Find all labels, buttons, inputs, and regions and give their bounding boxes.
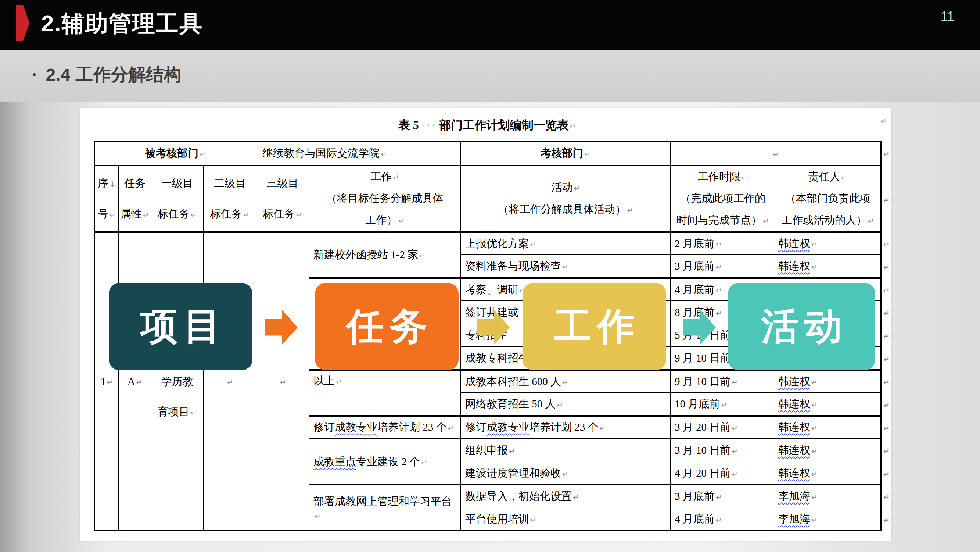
col-header-level2: 二级目标任务↵ [204, 165, 256, 232]
paragraph-mark: ↵ [716, 309, 722, 318]
activity-cell: 建设进度管理和验收↵ [461, 462, 671, 485]
paragraph-mark: ↵ [880, 116, 887, 125]
wbs-box-activity: 活动 [728, 283, 875, 370]
work-text: 修订 [313, 421, 335, 433]
activity-cell: 上报优化方案↵ [461, 232, 671, 255]
attr-cell: A↵ [119, 232, 151, 531]
paragraph-mark: ↵ [280, 378, 286, 387]
paragraph-mark: ↵ [585, 150, 591, 158]
hdr-line: 三级目 [267, 177, 299, 189]
paragraph-mark: ↵ [883, 240, 889, 249]
deadline-text: 4 月底前 [675, 284, 715, 295]
deadline-cell: 10 月底前↵ [671, 393, 775, 416]
owner-name: 韩连权 [778, 421, 810, 433]
col-header-activity: 活动↵（将工作分解成具体活动）↵ [461, 165, 671, 232]
hdr-line: 标任务 [263, 208, 295, 220]
activity-text: 签订共建或 [465, 306, 519, 318]
paragraph-mark: ↵ [811, 447, 818, 456]
paragraph-mark: ↵ [199, 150, 206, 158]
deadline-text: 2 月底前 [675, 238, 715, 249]
hdr-line: 号 [98, 208, 108, 220]
paragraph-mark: ↵ [811, 263, 818, 271]
level2-task-cell: ↵ [204, 232, 256, 531]
paragraph-mark: ↵ [868, 217, 874, 225]
activity-cell: 数据导入，初始化设置↵ [461, 485, 671, 508]
deadline-cell: 3 月底前↵ [671, 255, 775, 278]
assessor-dept-label: 考核部门 [541, 147, 584, 159]
activity-text: 资料准备与现场检查 [465, 260, 561, 272]
attr-value: A [127, 375, 135, 387]
activity-cell: 资料准备与现场检查↵ [461, 255, 671, 278]
paragraph-mark: ↵ [243, 211, 250, 219]
hdr-line: 标任务 [158, 208, 189, 220]
paragraph-mark: ↵ [716, 493, 722, 502]
paragraph-mark: ↵ [811, 378, 818, 387]
slide: 2.辅助管理工具 11 • 2.4 工作分解结构 表 5···部门工作计划编制一… [0, 0, 980, 552]
paragraph-mark: ↵ [763, 217, 769, 225]
owner-name: 韩连权 [778, 444, 810, 456]
activity-text: 建设进度管理和验收 [465, 467, 561, 479]
assessed-dept-value-cell: 继续教育与国际交流学院↵ [256, 142, 461, 165]
assessor-dept-label-cell: 考核部门↵ [461, 142, 671, 165]
hdr-line: 任务 [124, 177, 145, 189]
paragraph-mark: ↵ [600, 424, 606, 432]
subtitle-band: • 2.4 工作分解结构 [0, 50, 980, 102]
paragraph-mark: ↵ [883, 447, 889, 456]
paragraph-mark: ↵ [110, 211, 116, 219]
subtitle-number: 2.4 [46, 65, 70, 85]
owner-name: 李旭海 [778, 513, 810, 525]
owner-cell: 韩连权↵ [775, 416, 881, 439]
paragraph-mark: ↵ [883, 516, 889, 525]
hdr-line: 一级目 [161, 177, 193, 189]
paragraph-mark: ↵ [883, 150, 889, 158]
seq-cell: 1↵ [94, 232, 119, 531]
hdr-line: （将工作分解成具体活动） [498, 203, 626, 215]
paragraph-mark: ↵ [296, 211, 302, 219]
col-header-level3: 三级目标任务↵ [256, 165, 309, 232]
paragraph-mark: ↵ [509, 447, 515, 456]
red-accent-shape [16, 5, 29, 41]
paragraph-mark: ↵ [716, 263, 722, 271]
paragraph-mark: ↵ [811, 400, 818, 409]
owner-name: 韩连权 [778, 375, 810, 387]
paragraph-mark: ↵ [315, 512, 321, 520]
owner-cell: 韩连权↵ [775, 439, 881, 462]
table-header-row-2: 序↓号↵ 任务属性↵ 一级目标任务↵ 二级目标任务↵ 三级目标任务↵ 工作↵（将… [94, 165, 881, 232]
paragraph-mark: ↵ [381, 150, 387, 158]
paragraph-mark: ↵ [811, 470, 818, 479]
paragraph-mark: ↵ [842, 173, 848, 182]
deadline-cell: 3 月底前↵ [671, 485, 775, 508]
paragraph-mark: ↵ [883, 332, 889, 341]
col-header-owner: 责任人↵（本部门负责此项工作或活动的人）↵ [775, 165, 881, 232]
col-header-deadline: 工作时限↵（完成此项工作的时间与完成节点）↵ [671, 165, 775, 232]
paragraph-mark: ↵ [530, 240, 536, 249]
hdr-line: 活动 [552, 181, 573, 193]
deadline-text: 3 月 20 日前 [675, 421, 730, 433]
paragraph-mark: ↵ [716, 286, 722, 295]
col-header-attr: 任务属性↵ [119, 165, 151, 232]
wbs-box-activity-label: 活动 [761, 302, 848, 352]
paragraph-mark: ↵ [883, 493, 889, 502]
activity-text: 平台使用培训 [465, 513, 529, 525]
level3-task-cell: ↵ [256, 232, 309, 531]
paragraph-mark: ↵ [557, 400, 563, 409]
hdr-line: 二级目 [214, 177, 246, 189]
wbs-box-project-label: 项目 [140, 302, 227, 352]
deadline-text: 3 月底前 [675, 260, 715, 272]
hdr-line: 工作或活动的人） [781, 214, 867, 226]
table-title-prefix: 表 5 [398, 118, 419, 132]
owner-name: 韩连权 [778, 398, 810, 410]
paragraph-mark: ↵ [136, 378, 143, 387]
table-title: 表 5···部门工作计划编制一览表↵ [94, 117, 880, 134]
paragraph-mark: ↵ [191, 211, 197, 219]
activity-text: 考察、调研 [465, 284, 519, 295]
paragraph-mark: ↵ [883, 263, 889, 272]
activity-cell: 修订成教专业培养计划 23 个↵ [461, 416, 671, 439]
work-text: 专业建设 2 个 [356, 456, 420, 467]
paragraph-mark: ↵ [773, 150, 780, 159]
slide-title: 2.辅助管理工具 [41, 8, 203, 39]
paragraph-mark: ↵ [716, 515, 722, 525]
deadline-cell: 3 月 20 日前↵ [671, 416, 775, 439]
paragraph-mark: ↵ [883, 378, 889, 387]
wbs-box-task: 任务 [315, 283, 458, 370]
